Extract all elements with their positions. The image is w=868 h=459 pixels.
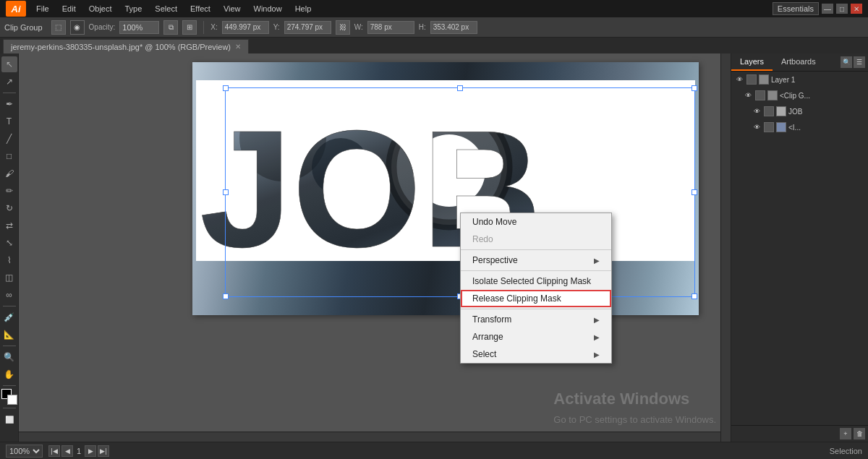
paintbrush-tool[interactable]: 🖌 <box>1 166 17 181</box>
ctx-item-isolate-selected-clipping-mask[interactable]: Isolate Selected Clipping Mask <box>461 273 611 290</box>
ctx-item-select[interactable]: Select▶ <box>461 346 611 363</box>
layer-item-3[interactable]: 👁<I... <box>731 119 868 135</box>
x-label: X: <box>210 23 217 31</box>
screen-mode-icon[interactable]: ⬜ <box>1 411 17 427</box>
ctx-item-transform[interactable]: Transform▶ <box>461 311 611 328</box>
line-tool[interactable]: ╱ <box>1 131 17 147</box>
layer-eye-2[interactable]: 👁 <box>752 106 762 116</box>
y-input[interactable] <box>284 21 331 34</box>
minimize-button[interactable]: — <box>822 4 833 14</box>
blend-tool[interactable]: ∞ <box>1 287 17 303</box>
menu-item-help[interactable]: Help <box>289 3 318 14</box>
h-input[interactable] <box>430 21 477 34</box>
menu-item-edit[interactable]: Edit <box>56 3 82 14</box>
layer-visibility-2[interactable] <box>764 106 774 116</box>
ctx-arrow-10: ▶ <box>594 351 600 359</box>
layer-thumbnail-0 <box>759 74 769 85</box>
ctx-item-release-clipping-mask[interactable]: Release Clipping Mask <box>461 290 611 307</box>
document-tab[interactable]: jeremy-perkins-380335-unsplash.jpg* @ 10… <box>3 39 249 53</box>
zoom-tool[interactable]: 🔍 <box>1 349 17 365</box>
type-tool[interactable]: T <box>1 113 17 129</box>
chain-icon[interactable]: ⛓ <box>336 20 350 35</box>
hand-tool[interactable]: ✋ <box>1 366 17 382</box>
layer-visibility-3[interactable] <box>764 122 774 132</box>
ctx-separator-2 <box>461 249 611 250</box>
tab-bar: jeremy-perkins-380335-unsplash.jpg* @ 10… <box>0 38 868 53</box>
direct-selection-tool[interactable]: ↗ <box>1 74 17 90</box>
menu-item-view[interactable]: View <box>218 3 247 14</box>
gradient-tool[interactable]: ◫ <box>1 270 17 286</box>
close-button[interactable]: ✕ <box>851 4 862 14</box>
menu-item-type[interactable]: Type <box>119 3 148 14</box>
color-icon[interactable]: ◉ <box>70 20 85 35</box>
ctx-item-perspective[interactable]: Perspective▶ <box>461 252 611 269</box>
scale-tool[interactable]: ⤡ <box>1 235 17 251</box>
layer-item-2[interactable]: 👁JOB <box>731 103 868 119</box>
layer-eye-0[interactable]: 👁 <box>734 74 744 85</box>
transform-options-icon[interactable]: ⧉ <box>163 20 178 35</box>
panel-menu-icon[interactable]: ☰ <box>854 56 865 68</box>
ctx-arrow-8: ▶ <box>594 316 600 324</box>
opacity-input[interactable] <box>119 21 159 34</box>
layers-tab[interactable]: Layers <box>731 53 773 71</box>
layer-visibility-0[interactable] <box>746 74 757 85</box>
maximize-button[interactable]: □ <box>836 4 848 14</box>
menu-item-select[interactable]: Select <box>149 3 183 14</box>
ctx-item-undo-move[interactable]: Undo Move <box>461 213 611 231</box>
align-icon[interactable]: ⊞ <box>182 20 197 35</box>
w-label: W: <box>354 23 363 31</box>
menu-item-file[interactable]: File <box>30 3 55 14</box>
w-input[interactable] <box>367 21 414 34</box>
layers-panel: 👁Layer 1👁<Clip G...👁JOB👁<I... <box>731 72 868 425</box>
make-sublayer-icon[interactable]: + <box>840 428 851 439</box>
artboards-tab[interactable]: Artboards <box>773 53 825 71</box>
title-menu: FileEditObjectTypeSelectEffectViewWindow… <box>30 3 317 14</box>
menu-item-object[interactable]: Object <box>83 3 118 14</box>
layer-visibility-1[interactable] <box>755 90 765 100</box>
pen-tool[interactable]: ✒ <box>1 96 17 112</box>
background-color[interactable] <box>7 395 17 405</box>
prev-page-btn[interactable]: ◀ <box>61 445 73 457</box>
tab-close-icon[interactable]: ✕ <box>235 43 241 51</box>
zoom-control: 100% <box>6 445 43 458</box>
scroll-bar-right[interactable] <box>720 53 731 442</box>
delete-layer-icon[interactable]: 🗑 <box>854 428 865 439</box>
color-boxes[interactable] <box>1 389 17 405</box>
tab-filename: jeremy-perkins-380335-unsplash.jpg* @ 10… <box>11 43 231 51</box>
layer-eye-3[interactable]: 👁 <box>752 122 762 132</box>
zoom-select[interactable]: 100% <box>6 445 43 458</box>
layer-name-1: <Clip G... <box>780 92 865 100</box>
essentials-button[interactable]: Essentials <box>773 2 819 15</box>
layer-item-0[interactable]: 👁Layer 1 <box>731 72 868 87</box>
layer-eye-1[interactable]: 👁 <box>743 90 753 100</box>
panel-search-icon[interactable]: 🔍 <box>841 56 852 68</box>
artboard-content: JOB <box>192 62 699 315</box>
ctx-item-redo: Redo <box>461 231 611 248</box>
last-page-btn[interactable]: ▶| <box>98 445 109 457</box>
title-bar: Ai FileEditObjectTypeSelectEffectViewWin… <box>0 0 868 17</box>
pencil-tool[interactable]: ✏ <box>1 183 17 199</box>
ctx-label-6: Release Clipping Mask <box>472 293 561 304</box>
selection-tool[interactable]: ↖ <box>1 56 17 72</box>
ctx-separator-7 <box>461 309 611 309</box>
ctx-arrow-3: ▶ <box>594 257 600 265</box>
shape-tool[interactable]: □ <box>1 148 17 164</box>
menu-item-window[interactable]: Window <box>248 3 288 14</box>
transform-icon[interactable]: ⬚ <box>51 20 66 35</box>
menu-item-effect[interactable]: Effect <box>184 3 216 14</box>
measure-tool[interactable]: 📐 <box>1 327 17 343</box>
clip-group-label: Clip Group <box>4 23 43 32</box>
reflect-tool[interactable]: ⇄ <box>1 218 17 233</box>
scroll-bar-bottom[interactable] <box>19 432 720 442</box>
eyedropper-tool[interactable]: 💉 <box>1 309 17 325</box>
x-input[interactable] <box>222 21 269 34</box>
ai-logo: Ai <box>6 1 26 17</box>
rotate-tool[interactable]: ↻ <box>1 200 17 216</box>
ctx-item-arrange[interactable]: Arrange▶ <box>461 328 611 346</box>
warp-tool[interactable]: ⌇ <box>1 252 17 268</box>
first-page-btn[interactable]: |◀ <box>48 445 60 457</box>
layer-item-1[interactable]: 👁<Clip G... <box>731 87 868 103</box>
layer-name-2: JOB <box>788 108 865 116</box>
next-page-btn[interactable]: ▶ <box>85 445 96 457</box>
h-label: H: <box>419 23 426 31</box>
